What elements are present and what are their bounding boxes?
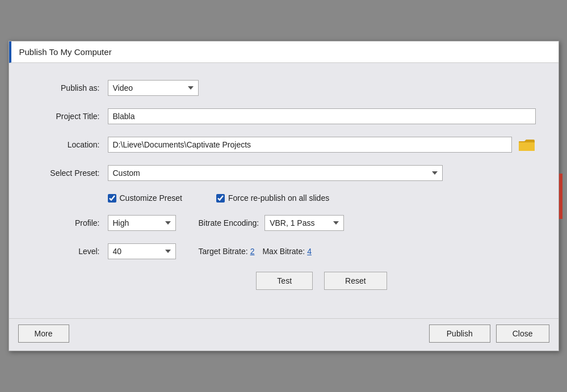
svg-rect-2 bbox=[519, 142, 535, 151]
footer-right: Publish Close bbox=[429, 324, 549, 343]
level-label: Level: bbox=[32, 247, 100, 256]
force-republish-checkbox-label[interactable]: Force re-publish on all slides bbox=[216, 193, 329, 203]
target-bitrate-value[interactable]: 2 bbox=[250, 247, 255, 256]
select-preset-row: Select Preset: Custom Default High Quali… bbox=[32, 165, 536, 181]
select-preset-wrap: Custom Default High Quality bbox=[108, 165, 536, 181]
location-wrap bbox=[108, 137, 536, 153]
project-title-label: Project Title: bbox=[32, 112, 100, 121]
project-title-wrap bbox=[108, 108, 536, 124]
project-title-input[interactable] bbox=[108, 108, 536, 124]
location-input[interactable] bbox=[108, 137, 512, 153]
location-label: Location: bbox=[32, 140, 100, 149]
test-button[interactable]: Test bbox=[256, 272, 313, 290]
bitrate-section: Bitrate Encoding: VBR, 1 Pass VBR, 2 Pas… bbox=[199, 215, 345, 231]
dialog-title: Publish To My Computer bbox=[9, 41, 558, 63]
level-section: Level: 40 41 50 bbox=[32, 243, 176, 259]
reset-button[interactable]: Reset bbox=[324, 272, 387, 290]
publish-as-wrap: Video HTML5 SWF bbox=[108, 80, 536, 96]
bitrate-encoding-select[interactable]: VBR, 1 Pass VBR, 2 Pass CBR bbox=[264, 215, 344, 231]
profile-bitrate-row: Profile: High Main Baseline Bitrate Enco… bbox=[32, 215, 536, 231]
publish-dialog: Publish To My Computer Publish as: Video… bbox=[9, 41, 559, 351]
dialog-footer: More Publish Close bbox=[9, 318, 558, 351]
title-text: Publish To My Computer bbox=[19, 47, 112, 57]
customize-preset-checkbox[interactable] bbox=[108, 194, 116, 203]
close-button[interactable]: Close bbox=[496, 324, 549, 343]
profile-label: Profile: bbox=[32, 218, 100, 227]
profile-select[interactable]: High Main Baseline bbox=[108, 215, 176, 231]
select-preset-select[interactable]: Custom Default High Quality bbox=[108, 165, 443, 181]
footer-left: More bbox=[18, 324, 429, 343]
level-bitrate-values-row: Level: 40 41 50 Target Bitrate: 2 Max Bi… bbox=[32, 243, 536, 259]
project-title-row: Project Title: bbox=[32, 108, 536, 124]
customize-preset-label-text: Customize Preset bbox=[120, 193, 182, 203]
red-accent-bar bbox=[559, 174, 562, 219]
publish-as-label: Publish as: bbox=[32, 83, 100, 92]
level-select[interactable]: 40 41 50 bbox=[108, 243, 176, 259]
publish-as-select[interactable]: Video HTML5 SWF bbox=[108, 80, 199, 96]
select-preset-label: Select Preset: bbox=[32, 168, 100, 178]
customize-preset-checkbox-label[interactable]: Customize Preset bbox=[108, 193, 182, 203]
publish-as-row: Publish as: Video HTML5 SWF bbox=[32, 80, 536, 96]
force-republish-checkbox[interactable] bbox=[216, 194, 225, 203]
profile-section: Profile: High Main Baseline bbox=[32, 215, 176, 231]
browse-folder-button[interactable] bbox=[518, 137, 536, 153]
max-bitrate-label: Max Bitrate: bbox=[262, 247, 305, 256]
max-bitrate-value[interactable]: 4 bbox=[307, 247, 312, 256]
more-button[interactable]: More bbox=[18, 324, 69, 343]
force-republish-label-text: Force re-publish on all slides bbox=[228, 193, 329, 203]
bitrate-encoding-label: Bitrate Encoding: bbox=[199, 218, 259, 227]
test-reset-row: Test Reset bbox=[108, 272, 536, 290]
location-row: Location: bbox=[32, 137, 536, 153]
dialog-body: Publish as: Video HTML5 SWF Project Titl… bbox=[9, 63, 558, 318]
target-bitrate-section: Target Bitrate: 2 Max Bitrate: 4 bbox=[199, 247, 314, 256]
options-row: Customize Preset Force re-publish on all… bbox=[108, 193, 536, 203]
publish-button[interactable]: Publish bbox=[429, 324, 490, 343]
target-bitrate-label: Target Bitrate: bbox=[199, 247, 248, 256]
